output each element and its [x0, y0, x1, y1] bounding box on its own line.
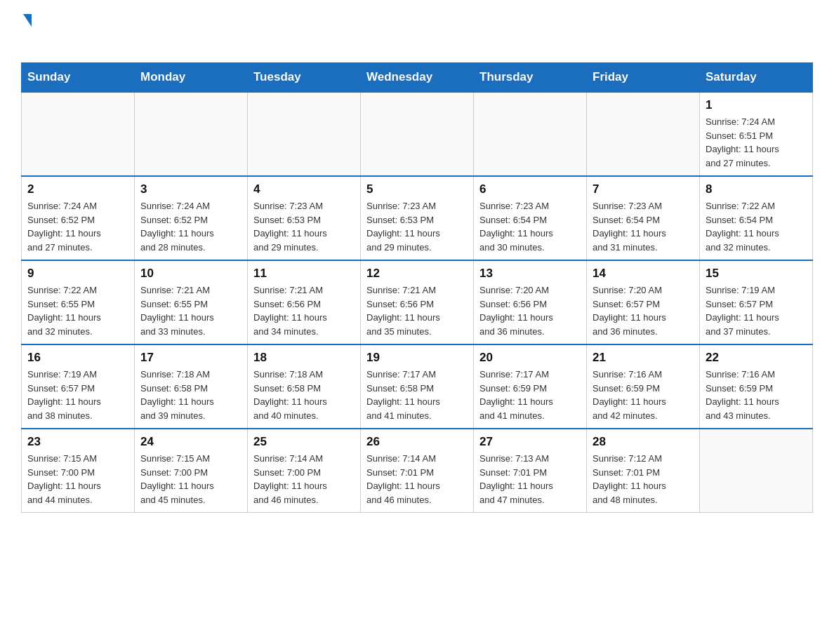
calendar-cell: 25Sunrise: 7:14 AM Sunset: 7:00 PM Dayli… — [248, 429, 361, 513]
day-number: 7 — [593, 182, 694, 196]
day-number: 2 — [27, 182, 128, 196]
day-number: 8 — [706, 182, 807, 196]
logo — [21, 14, 32, 50]
day-info: Sunrise: 7:18 AM Sunset: 6:58 PM Dayligh… — [140, 368, 241, 422]
day-info: Sunrise: 7:24 AM Sunset: 6:52 PM Dayligh… — [27, 199, 128, 254]
day-number: 20 — [479, 351, 581, 365]
calendar-cell: 20Sunrise: 7:17 AM Sunset: 6:59 PM Dayli… — [474, 344, 587, 429]
day-info: Sunrise: 7:20 AM Sunset: 6:57 PM Dayligh… — [593, 283, 694, 338]
calendar-week-1: 1Sunrise: 7:24 AM Sunset: 6:51 PM Daylig… — [22, 92, 813, 176]
day-info: Sunrise: 7:18 AM Sunset: 6:58 PM Dayligh… — [253, 368, 355, 422]
calendar-cell: 24Sunrise: 7:15 AM Sunset: 7:00 PM Dayli… — [135, 429, 248, 513]
day-info: Sunrise: 7:22 AM Sunset: 6:54 PM Dayligh… — [706, 199, 807, 254]
day-number: 3 — [140, 182, 241, 196]
day-number: 1 — [706, 98, 807, 112]
day-number: 28 — [593, 435, 694, 449]
day-number: 16 — [27, 351, 128, 365]
day-number: 11 — [253, 267, 355, 281]
day-info: Sunrise: 7:14 AM Sunset: 7:01 PM Dayligh… — [366, 452, 468, 507]
day-number: 22 — [706, 351, 807, 365]
day-number: 9 — [27, 267, 128, 281]
day-number: 15 — [706, 267, 807, 281]
day-info: Sunrise: 7:20 AM Sunset: 6:56 PM Dayligh… — [479, 283, 581, 338]
calendar-cell: 6Sunrise: 7:23 AM Sunset: 6:54 PM Daylig… — [474, 176, 587, 260]
calendar-cell — [135, 92, 248, 176]
col-saturday: Saturday — [700, 63, 813, 93]
day-number: 19 — [366, 351, 468, 365]
day-number: 18 — [253, 351, 355, 365]
day-info: Sunrise: 7:17 AM Sunset: 6:59 PM Dayligh… — [479, 368, 581, 422]
day-number: 21 — [593, 351, 694, 365]
calendar-cell — [22, 92, 135, 176]
calendar-cell: 12Sunrise: 7:21 AM Sunset: 6:56 PM Dayli… — [361, 260, 474, 344]
day-info: Sunrise: 7:15 AM Sunset: 7:00 PM Dayligh… — [140, 452, 241, 507]
day-info: Sunrise: 7:23 AM Sunset: 6:54 PM Dayligh… — [479, 199, 581, 254]
day-info: Sunrise: 7:14 AM Sunset: 7:00 PM Dayligh… — [253, 452, 355, 507]
calendar-week-5: 23Sunrise: 7:15 AM Sunset: 7:00 PM Dayli… — [22, 429, 813, 513]
col-wednesday: Wednesday — [361, 63, 474, 93]
calendar-cell: 21Sunrise: 7:16 AM Sunset: 6:59 PM Dayli… — [587, 344, 700, 429]
calendar-cell — [248, 92, 361, 176]
calendar-cell: 9Sunrise: 7:22 AM Sunset: 6:55 PM Daylig… — [22, 260, 135, 344]
calendar-cell: 18Sunrise: 7:18 AM Sunset: 6:58 PM Dayli… — [248, 344, 361, 429]
calendar-cell: 2Sunrise: 7:24 AM Sunset: 6:52 PM Daylig… — [22, 176, 135, 260]
calendar-cell: 10Sunrise: 7:21 AM Sunset: 6:55 PM Dayli… — [135, 260, 248, 344]
calendar-cell: 27Sunrise: 7:13 AM Sunset: 7:01 PM Dayli… — [474, 429, 587, 513]
day-info: Sunrise: 7:24 AM Sunset: 6:52 PM Dayligh… — [140, 199, 241, 254]
calendar-cell — [587, 92, 700, 176]
col-sunday: Sunday — [22, 63, 135, 93]
day-info: Sunrise: 7:21 AM Sunset: 6:55 PM Dayligh… — [140, 283, 241, 338]
day-info: Sunrise: 7:19 AM Sunset: 6:57 PM Dayligh… — [706, 283, 807, 338]
day-number: 23 — [27, 435, 128, 449]
day-number: 10 — [140, 267, 241, 281]
day-number: 17 — [140, 351, 241, 365]
day-number: 24 — [140, 435, 241, 449]
calendar-cell: 15Sunrise: 7:19 AM Sunset: 6:57 PM Dayli… — [700, 260, 813, 344]
day-number: 13 — [479, 267, 581, 281]
day-number: 14 — [593, 267, 694, 281]
day-info: Sunrise: 7:21 AM Sunset: 6:56 PM Dayligh… — [366, 283, 468, 338]
calendar-week-2: 2Sunrise: 7:24 AM Sunset: 6:52 PM Daylig… — [22, 176, 813, 260]
day-info: Sunrise: 7:16 AM Sunset: 6:59 PM Dayligh… — [593, 368, 694, 422]
calendar-cell: 7Sunrise: 7:23 AM Sunset: 6:54 PM Daylig… — [587, 176, 700, 260]
calendar-cell: 22Sunrise: 7:16 AM Sunset: 6:59 PM Dayli… — [700, 344, 813, 429]
col-tuesday: Tuesday — [248, 63, 361, 93]
calendar-week-4: 16Sunrise: 7:19 AM Sunset: 6:57 PM Dayli… — [22, 344, 813, 429]
day-number: 5 — [366, 182, 468, 196]
col-monday: Monday — [135, 63, 248, 93]
page-header — [21, 14, 813, 50]
logo-row1 — [21, 14, 32, 28]
day-number: 26 — [366, 435, 468, 449]
day-number: 27 — [479, 435, 581, 449]
calendar-header-row: Sunday Monday Tuesday Wednesday Thursday… — [22, 63, 813, 93]
day-info: Sunrise: 7:19 AM Sunset: 6:57 PM Dayligh… — [27, 368, 128, 422]
day-number: 6 — [479, 182, 581, 196]
calendar-cell: 4Sunrise: 7:23 AM Sunset: 6:53 PM Daylig… — [248, 176, 361, 260]
calendar-table: Sunday Monday Tuesday Wednesday Thursday… — [21, 62, 813, 513]
day-number: 25 — [253, 435, 355, 449]
day-info: Sunrise: 7:23 AM Sunset: 6:53 PM Dayligh… — [366, 199, 468, 254]
col-thursday: Thursday — [474, 63, 587, 93]
logo-row2 — [21, 28, 22, 50]
calendar-cell: 1Sunrise: 7:24 AM Sunset: 6:51 PM Daylig… — [700, 92, 813, 176]
day-info: Sunrise: 7:21 AM Sunset: 6:56 PM Dayligh… — [253, 283, 355, 338]
calendar-cell: 11Sunrise: 7:21 AM Sunset: 6:56 PM Dayli… — [248, 260, 361, 344]
calendar-cell — [700, 429, 813, 513]
logo-triangle-icon — [23, 14, 32, 27]
calendar-cell: 26Sunrise: 7:14 AM Sunset: 7:01 PM Dayli… — [361, 429, 474, 513]
day-info: Sunrise: 7:13 AM Sunset: 7:01 PM Dayligh… — [479, 452, 581, 507]
calendar-cell: 16Sunrise: 7:19 AM Sunset: 6:57 PM Dayli… — [22, 344, 135, 429]
calendar-cell: 19Sunrise: 7:17 AM Sunset: 6:58 PM Dayli… — [361, 344, 474, 429]
col-friday: Friday — [587, 63, 700, 93]
calendar-cell: 23Sunrise: 7:15 AM Sunset: 7:00 PM Dayli… — [22, 429, 135, 513]
day-info: Sunrise: 7:12 AM Sunset: 7:01 PM Dayligh… — [593, 452, 694, 507]
calendar-cell: 14Sunrise: 7:20 AM Sunset: 6:57 PM Dayli… — [587, 260, 700, 344]
day-info: Sunrise: 7:16 AM Sunset: 6:59 PM Dayligh… — [706, 368, 807, 422]
day-info: Sunrise: 7:22 AM Sunset: 6:55 PM Dayligh… — [27, 283, 128, 338]
day-info: Sunrise: 7:24 AM Sunset: 6:51 PM Dayligh… — [706, 115, 807, 170]
day-number: 4 — [253, 182, 355, 196]
calendar-cell: 8Sunrise: 7:22 AM Sunset: 6:54 PM Daylig… — [700, 176, 813, 260]
day-info: Sunrise: 7:17 AM Sunset: 6:58 PM Dayligh… — [366, 368, 468, 422]
calendar-cell — [361, 92, 474, 176]
calendar-cell: 3Sunrise: 7:24 AM Sunset: 6:52 PM Daylig… — [135, 176, 248, 260]
